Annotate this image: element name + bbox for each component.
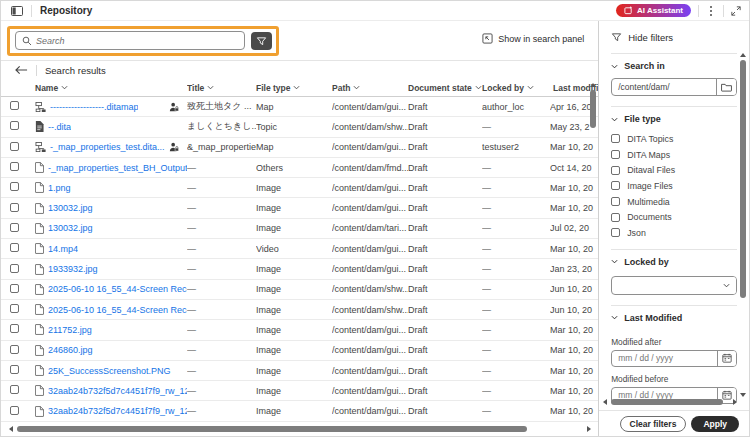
file-type-option[interactable]: Documents: [611, 209, 737, 225]
file-name-link[interactable]: 2025-06-10 16_55_44-Screen Recording...: [48, 284, 187, 294]
table-row[interactable]: 25K_SuccessScreenshot.PNG — Image /conte…: [1, 361, 598, 381]
locked-by-dropdown[interactable]: [611, 276, 737, 295]
row-checkbox[interactable]: [10, 264, 19, 273]
search-input[interactable]: [36, 36, 238, 46]
column-header-document-state[interactable]: Document state: [408, 83, 482, 93]
search-in-value[interactable]: /content/dam/: [612, 82, 716, 92]
file-type-option[interactable]: Json: [611, 225, 737, 241]
table-row[interactable]: ------------------.ditamap 致死土地タク ... Ma…: [1, 97, 598, 117]
table-row[interactable]: 32aab24b732f5d7c4451f7f9_rw_1200.gif — I…: [1, 401, 598, 421]
section-search-in[interactable]: Search in: [611, 54, 737, 78]
row-checkbox[interactable]: [10, 385, 19, 394]
section-last-modified[interactable]: Last Modified: [611, 306, 737, 330]
table-row[interactable]: 2025-06-10 16_55_44-Screen Recording... …: [1, 280, 598, 300]
table-row[interactable]: 130032.jpg — Image /content/dam/gui... D…: [1, 198, 598, 218]
scroll-thumb[interactable]: [611, 399, 723, 405]
file-type-checkbox[interactable]: [611, 197, 620, 206]
file-type-option[interactable]: DITA Maps: [611, 147, 737, 163]
scroll-thumb[interactable]: [740, 60, 746, 298]
row-checkbox[interactable]: [10, 121, 19, 130]
scroll-right-arrow[interactable]: [587, 426, 591, 432]
table-row[interactable]: 1933932.jpg — Image /content/dam/gui... …: [1, 259, 598, 279]
column-header-locked-by[interactable]: Locked by: [482, 83, 550, 93]
row-checkbox[interactable]: [10, 182, 19, 191]
column-header-filetype[interactable]: File type: [256, 83, 332, 93]
table-row[interactable]: 14.mp4 — Video /content/dam/gui... Draft…: [1, 239, 598, 259]
file-name-link[interactable]: 130032.jpg: [48, 223, 93, 233]
row-checkbox[interactable]: [10, 203, 19, 212]
file-name-link[interactable]: 130032.jpg: [48, 203, 93, 213]
section-file-type[interactable]: File type: [611, 107, 737, 131]
sidebar-vertical-scrollbar[interactable]: [740, 53, 746, 397]
table-row[interactable]: 1.png — Image /content/dam/gui... Draft …: [1, 178, 598, 198]
file-type-checkbox[interactable]: [611, 228, 620, 237]
row-checkbox[interactable]: [10, 365, 19, 374]
show-in-search-panel-button[interactable]: Show in search panel: [482, 33, 584, 44]
clear-filters-button[interactable]: Clear filters: [620, 416, 687, 432]
scroll-thumb[interactable]: [590, 90, 596, 128]
file-type-checkbox[interactable]: [611, 166, 620, 175]
file-type-option[interactable]: Ditaval Files: [611, 162, 737, 178]
table-row[interactable]: -_map_properties_test_BH_Output.zip — Ot…: [1, 158, 598, 178]
file-type-option[interactable]: Multimedia: [611, 194, 737, 210]
calendar-button[interactable]: [717, 351, 736, 366]
file-name-link[interactable]: 2025-06-10 16_55_44-Screen Recording...: [48, 305, 187, 315]
table-row[interactable]: --.dita ましくとちきし... Topic /content/dam/sh…: [1, 117, 598, 137]
row-checkbox[interactable]: [10, 162, 19, 171]
file-name-link[interactable]: 32aab24b732f5d7c4451f7f9_rw_1200.gif: [48, 406, 187, 416]
modified-after-input[interactable]: [612, 353, 717, 363]
file-name-link[interactable]: 32aab24b732f5d7c4451f7f9_rw_1200.gif: [48, 386, 187, 396]
file-name-link[interactable]: 246860.jpg: [48, 345, 93, 355]
column-header-path[interactable]: Path: [332, 83, 408, 93]
ai-assistant-button[interactable]: AI Assistant: [616, 4, 691, 17]
scroll-down-arrow[interactable]: [740, 393, 746, 397]
file-type-checkbox[interactable]: [611, 134, 620, 143]
column-header-title[interactable]: Title: [187, 83, 256, 93]
table-horizontal-scrollbar[interactable]: [9, 425, 591, 432]
row-checkbox[interactable]: [10, 101, 19, 110]
file-type-checkbox[interactable]: [611, 150, 620, 159]
row-checkbox[interactable]: [10, 223, 19, 232]
file-name-link[interactable]: ------------------.ditamap: [50, 102, 138, 112]
back-arrow-icon[interactable]: [15, 65, 28, 75]
file-type-checkbox[interactable]: [611, 213, 620, 222]
hide-filters-button[interactable]: Hide filters: [611, 21, 737, 53]
row-checkbox[interactable]: [10, 406, 19, 415]
table-vertical-scrollbar[interactable]: [590, 83, 596, 128]
row-checkbox[interactable]: [10, 304, 19, 313]
file-name-link[interactable]: 1.png: [48, 183, 71, 193]
apply-button[interactable]: Apply: [691, 416, 739, 432]
file-name-link[interactable]: 25K_SuccessScreenshot.PNG: [48, 366, 171, 376]
row-checkbox[interactable]: [10, 345, 19, 354]
file-name-link[interactable]: 1933932.jpg: [48, 264, 98, 274]
file-name-link[interactable]: 211752.jpg: [48, 325, 92, 335]
more-options-icon[interactable]: [706, 4, 716, 18]
expand-icon[interactable]: [731, 6, 741, 16]
scroll-left-arrow[interactable]: [603, 399, 607, 405]
file-type-option[interactable]: Image Files: [611, 178, 737, 194]
table-row[interactable]: 211752.jpg — Image /content/dam/gui... D…: [1, 320, 598, 340]
row-checkbox[interactable]: [10, 243, 19, 252]
filter-button[interactable]: [251, 32, 272, 50]
table-row[interactable]: -_map_properties_test.dita... &_map_prop…: [1, 138, 598, 158]
table-row[interactable]: 130032.jpg — Image /content/dam/tari... …: [1, 219, 598, 239]
row-checkbox[interactable]: [10, 324, 19, 333]
table-row[interactable]: 246860.jpg — Image /content/dam/gui... D…: [1, 341, 598, 361]
scroll-left-arrow[interactable]: [9, 426, 13, 432]
dropdown-chevron-button[interactable]: [716, 277, 736, 294]
table-row[interactable]: 2025-06-10 16_55_44-Screen Recording... …: [1, 300, 598, 320]
file-name-link[interactable]: -_map_properties_test.dita...: [50, 142, 165, 152]
folder-picker-button[interactable]: [716, 79, 736, 95]
scroll-up-arrow[interactable]: [740, 53, 746, 57]
scroll-thumb[interactable]: [17, 426, 527, 432]
sidebar-horizontal-scrollbar[interactable]: [603, 398, 737, 405]
section-locked-by[interactable]: Locked by: [611, 250, 737, 274]
scroll-up-arrow[interactable]: [590, 83, 596, 87]
file-name-link[interactable]: 14.mp4: [48, 244, 78, 254]
scroll-right-arrow[interactable]: [733, 399, 737, 405]
table-row[interactable]: 32aab24b732f5d7c4451f7f9_rw_1200.gif — I…: [1, 381, 598, 401]
row-checkbox[interactable]: [10, 142, 19, 151]
file-name-link[interactable]: --.dita: [48, 122, 71, 132]
file-type-checkbox[interactable]: [611, 181, 620, 190]
row-checkbox[interactable]: [10, 284, 19, 293]
